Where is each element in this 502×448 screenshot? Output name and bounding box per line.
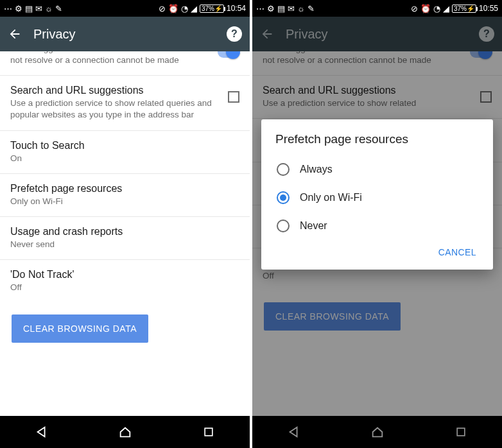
setting-primary: Prefetch page resources: [10, 183, 239, 194]
clear-data-wrap: CLEAR BROWSING DATA: [0, 303, 250, 354]
radio-option-wifi[interactable]: Only on Wi-Fi: [275, 184, 479, 212]
setting-secondary: not resolve or a connection cannot be ma…: [10, 55, 211, 66]
app-bar: Privacy ?: [0, 17, 250, 51]
phone-right: ⋯ ⚙ ▤ ✉ ☼ ✎ ⊘ ⏰ ◔ ◢ 37%⚡ 10:55 Privacy ?…: [252, 0, 502, 448]
wifi-icon: ◔: [433, 4, 440, 13]
setting-row-nav-error[interactable]: Show suggestions when a web address does…: [0, 51, 250, 76]
prefetch-dialog: Prefetch page resources Always Only on W…: [261, 119, 493, 270]
back-arrow-icon[interactable]: [8, 27, 22, 41]
radio-icon: [277, 163, 290, 176]
settings-list: Show suggestions when a web address does…: [0, 51, 250, 416]
radio-label: Never: [300, 220, 327, 232]
setting-primary: Search and URL suggestions: [10, 85, 221, 96]
svg-rect-0: [205, 428, 212, 436]
radio-label: Only on Wi-Fi: [300, 192, 362, 203]
signal-icon: ◢: [443, 4, 449, 13]
setting-secondary: Only on Wi-Fi: [10, 196, 239, 207]
setting-secondary: Off: [10, 282, 239, 293]
setting-row-touch-search[interactable]: Touch to Search On: [0, 131, 250, 174]
battery-indicator: 37%⚡: [200, 4, 224, 13]
radio-option-always[interactable]: Always: [275, 155, 479, 184]
setting-row-usage-reports[interactable]: Usage and crash reports Never send: [0, 217, 250, 260]
setting-row-search-suggestions[interactable]: Search and URL suggestions Use a predict…: [0, 76, 250, 130]
setting-primary: Usage and crash reports: [10, 226, 239, 237]
nav-recent-icon[interactable]: [202, 426, 215, 438]
radio-icon: [277, 191, 290, 204]
signal-icon: ◢: [191, 4, 197, 13]
clock: 10:54: [227, 4, 246, 13]
battery-indicator: 37%⚡: [452, 4, 476, 13]
setting-secondary: On: [10, 153, 239, 164]
mail-icon: ✉: [35, 4, 42, 13]
more-icon: ⋯: [256, 4, 264, 13]
setting-secondary: Use a prediction service to show related…: [10, 98, 221, 121]
phone-left: ⋯ ⚙ ▤ ✉ ☼ ✎ ⊘ ⏰ ◔ ◢ 37%⚡ 10:54 Privacy ?…: [0, 0, 250, 448]
more-icon: ⋯: [4, 4, 12, 13]
block-icon: ⊘: [411, 4, 418, 13]
status-bar: ⋯ ⚙ ▤ ✉ ☼ ✎ ⊘ ⏰ ◔ ◢ 37%⚡ 10:55: [252, 0, 502, 17]
dialog-cancel-button[interactable]: CANCEL: [438, 247, 476, 257]
radio-option-never[interactable]: Never: [275, 212, 479, 240]
setting-primary: 'Do Not Track': [10, 269, 239, 280]
setting-row-dnt[interactable]: 'Do Not Track' Off: [0, 260, 250, 302]
edit-icon: ✎: [307, 4, 315, 13]
picture-icon: ▤: [277, 4, 285, 13]
wifi-icon: ◔: [181, 4, 188, 13]
setting-primary: Touch to Search: [10, 140, 239, 151]
picture-icon: ▤: [25, 4, 33, 13]
bulb-icon: ⚙: [15, 4, 22, 13]
toggle-switch[interactable]: [218, 51, 239, 58]
help-icon[interactable]: ?: [227, 26, 242, 42]
page-title: Privacy: [33, 27, 215, 42]
mail-icon: ✉: [288, 4, 295, 13]
sun-icon: ☼: [45, 4, 53, 13]
nav-home-icon[interactable]: [118, 425, 132, 439]
block-icon: ⊘: [159, 4, 166, 13]
radio-icon: [277, 220, 290, 232]
dialog-title: Prefetch page resources: [275, 132, 479, 146]
alarm-icon: ⏰: [168, 4, 178, 13]
radio-label: Always: [300, 164, 333, 175]
checkbox[interactable]: [228, 91, 239, 103]
nav-back-icon[interactable]: [35, 425, 49, 439]
nav-bar: [0, 416, 250, 448]
clock: 10:55: [479, 4, 498, 13]
alarm-icon: ⏰: [420, 4, 431, 13]
edit-icon: ✎: [55, 4, 62, 13]
clear-browsing-data-button[interactable]: CLEAR BROWSING DATA: [12, 314, 148, 343]
status-bar: ⋯ ⚙ ▤ ✉ ☼ ✎ ⊘ ⏰ ◔ ◢ 37%⚡ 10:54: [0, 0, 250, 17]
sun-icon: ☼: [297, 4, 305, 13]
bulb-icon: ⚙: [267, 4, 275, 13]
setting-secondary: Never send: [10, 239, 239, 250]
setting-row-prefetch[interactable]: Prefetch page resources Only on Wi-Fi: [0, 174, 250, 217]
